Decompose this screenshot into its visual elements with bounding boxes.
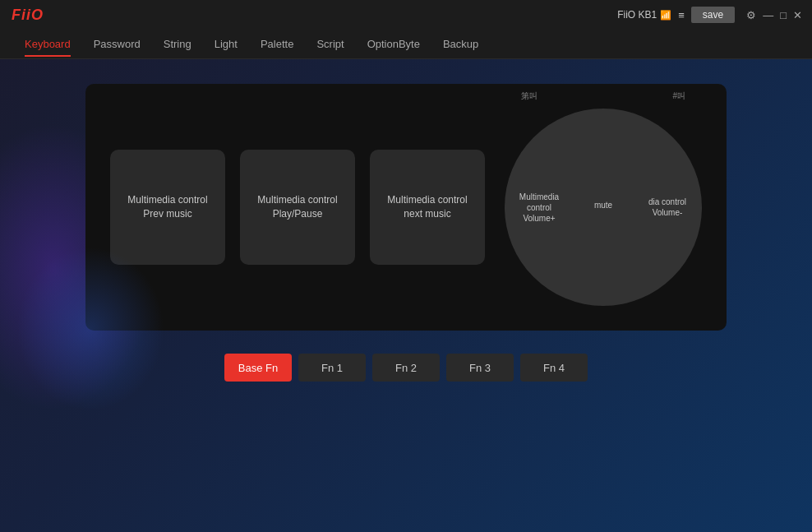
menu-icon[interactable]: ≡ [678,9,685,21]
fn-base-button[interactable]: Base Fn [224,354,292,382]
nav-item-keyboard[interactable]: Keyboard [13,31,82,57]
nav-item-light[interactable]: Light [203,31,249,57]
fn-1-button[interactable]: Fn 1 [298,354,366,382]
nav-item-optionbyte[interactable]: OptionByte [356,31,431,57]
dial-label-volume-minus: dia controlVolume- [643,197,692,218]
key-play-pause[interactable]: Multimedia controlPlay/Pause [240,150,355,265]
wifi-icon: 📶 [660,10,671,21]
window-controls: ⚙ — □ ✕ [746,9,802,21]
fn-4-button[interactable]: Fn 4 [520,354,588,382]
close-icon[interactable]: ✕ [793,9,802,21]
main-content: Multimedia controlPrev music Multimedia … [0,59,812,532]
dial-label-mute: mute [594,201,612,210]
fn-bar: Base Fn Fn 1 Fn 2 Fn 3 Fn 4 [224,354,588,382]
maximize-icon[interactable]: □ [780,9,787,21]
keyboard-container: Multimedia controlPrev music Multimedia … [85,84,727,331]
dial-label-volume-plus: Multimedia controlVolume+ [514,192,564,224]
fn-3-button[interactable]: Fn 3 [446,354,514,382]
nav-item-string[interactable]: String [152,31,203,57]
fn-2-button[interactable]: Fn 2 [372,354,440,382]
save-button[interactable]: save [691,7,735,23]
titlebar: FiiO FiiO KB1 📶 ≡ save ⚙ — □ ✕ [0,0,812,30]
nav-item-script[interactable]: Script [305,31,355,57]
dial-area: 第叫 #叫 Multimedia controlVolume+ mute dia… [505,109,702,306]
titlebar-right: FiiO KB1 📶 ≡ save ⚙ — □ ✕ [617,7,802,23]
nav-item-palette[interactable]: Palette [249,31,305,57]
key-prev-music[interactable]: Multimedia controlPrev music [110,150,225,265]
minimize-icon[interactable]: — [763,9,773,21]
dial-circle[interactable]: Multimedia controlVolume+ mute dia contr… [505,109,702,306]
key-next-music[interactable]: Multimedia controlnext music [370,150,485,265]
nav-item-backup[interactable]: Backup [431,31,490,57]
nav-item-password[interactable]: Password [82,31,152,57]
app-logo: FiiO [12,7,44,24]
settings-icon[interactable]: ⚙ [746,9,756,21]
dial-top-left-label: 第叫 [521,90,537,102]
dial-top-right-label: #叫 [672,90,685,102]
device-name: FiiO KB1 📶 [617,9,671,21]
navbar: Keyboard Password String Light Palette S… [0,30,812,59]
